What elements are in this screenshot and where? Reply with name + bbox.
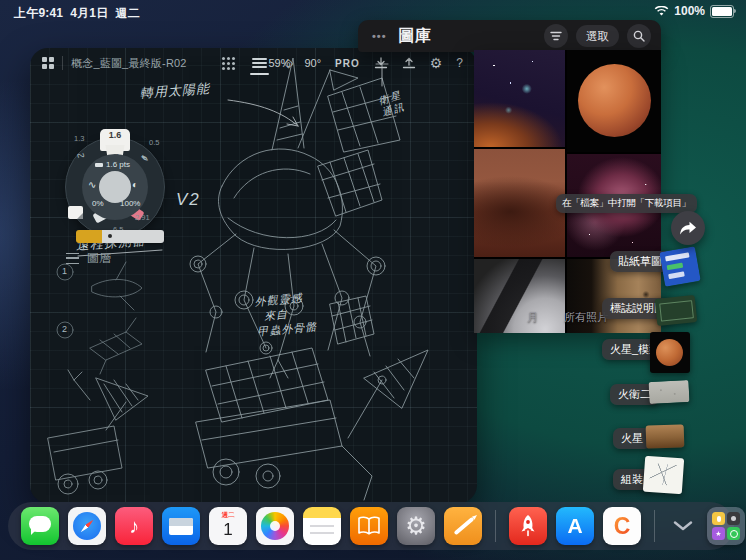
app-calendar[interactable]: 週二 1 (209, 507, 247, 545)
export-icon[interactable] (402, 57, 416, 70)
status-weekday: 週二 (116, 6, 140, 20)
pen-icon (454, 517, 475, 535)
ipad-screen: 上午9:41 4月1日 週二 100% (0, 0, 746, 560)
search-icon (633, 30, 645, 42)
app-rocket[interactable] (509, 507, 547, 545)
paper-swatch-icon[interactable] (68, 206, 83, 219)
file-thumb-assembly[interactable] (643, 456, 684, 495)
app-books[interactable] (350, 507, 388, 545)
tool-size-label: 2.91 (135, 213, 150, 222)
stroke-size-value[interactable]: 1.6 pts (95, 160, 130, 169)
concepts-app-window: 轉用太陽能 衛星 通訊 V2 遠程探測器 外觀靈感 來自 甲蟲外骨骼 1 2 概… (30, 48, 477, 503)
photo-mars-desert[interactable] (474, 149, 565, 257)
status-date: 4月1日 (70, 6, 108, 20)
toolbar-divider (62, 56, 63, 70)
tool-size-label: 1.3 (74, 134, 84, 143)
app-appstore[interactable]: A (556, 507, 594, 545)
layers-panel-icon[interactable] (252, 57, 267, 69)
appstore-a-icon: A (567, 514, 582, 538)
annotation-shell: 外觀靈感 來自 甲蟲外骨骼 (254, 289, 318, 339)
layers-label: 圖層 (87, 250, 111, 267)
dock-divider (654, 510, 655, 542)
layers-list-icon (66, 253, 79, 264)
mini-app-yellow (712, 512, 725, 525)
settings-icon[interactable]: ⚙ (430, 56, 443, 70)
dock: ♪ 週二 1 ⚙ A C (8, 502, 734, 550)
filter-icon (550, 31, 562, 41)
app-safari[interactable] (68, 507, 106, 545)
file-thumb-mars[interactable] (646, 424, 685, 448)
import-icon[interactable] (374, 57, 388, 70)
app-photos[interactable] (256, 507, 294, 545)
precision-grid-icon[interactable] (222, 57, 235, 70)
select-button[interactable]: 選取 (576, 25, 619, 47)
help-button[interactable]: ? (456, 56, 463, 70)
color-well[interactable] (99, 171, 131, 203)
status-datetime: 上午9:41 4月1日 週二 (14, 5, 140, 22)
open-book-icon (357, 516, 381, 536)
search-button[interactable] (627, 24, 651, 48)
calendar-weekday: 週二 (209, 511, 247, 520)
tab-month[interactable]: 月 (527, 310, 538, 325)
annotation-version: V2 (176, 190, 201, 210)
lasso-icon[interactable]: ◇ (284, 56, 293, 70)
file-thumb-deimos[interactable] (648, 380, 689, 404)
filter-button[interactable] (544, 24, 568, 48)
color-bar[interactable] (76, 230, 164, 243)
compass-icon (73, 512, 101, 540)
app-concepts[interactable]: C (603, 507, 641, 545)
message-bubble-icon (29, 516, 51, 532)
smoothing-value[interactable]: 0% (92, 199, 104, 208)
share-arrow-icon (679, 221, 697, 236)
document-title[interactable]: 概念_藍圖_最終版-R02 (71, 56, 187, 71)
photo-volcano-night[interactable] (474, 50, 565, 147)
flower-icon (261, 512, 289, 540)
concepts-toolbar: 概念_藍圖_最終版-R02 ◇ 59% 90° PRO ⚙ ? (30, 48, 477, 78)
pro-badge[interactable]: PRO (335, 58, 360, 69)
gear-icon: ⚙ (405, 512, 427, 540)
app-library[interactable]: ★ (707, 507, 745, 545)
color-slider-dot[interactable] (108, 234, 112, 238)
mini-app-camera (727, 512, 740, 525)
gallery-icon[interactable] (42, 57, 54, 69)
envelope-icon (169, 518, 193, 535)
mini-app-green (727, 527, 740, 540)
app-mail[interactable] (162, 507, 200, 545)
status-indicators: 100% (654, 4, 734, 18)
window-more-icon[interactable]: ••• (372, 30, 387, 42)
app-music[interactable]: ♪ (115, 507, 153, 545)
dock-collapse-button[interactable] (668, 507, 698, 545)
concepts-c-icon: C (614, 513, 631, 540)
app-messages[interactable] (21, 507, 59, 545)
downloads-banner[interactable]: 在「檔案」中打開「下載項目」 (556, 194, 697, 213)
active-color-amber[interactable] (76, 230, 102, 243)
blueprint-sketch[interactable] (30, 48, 477, 503)
battery-percent: 100% (674, 4, 705, 18)
share-button[interactable] (671, 211, 705, 245)
battery-icon (710, 5, 734, 18)
app-settings[interactable]: ⚙ (397, 507, 435, 545)
app-sketch-pen[interactable] (444, 507, 482, 545)
app-notes[interactable] (303, 507, 341, 545)
calendar-day: 1 (209, 520, 247, 539)
opacity-icon: ◐ (132, 179, 138, 190)
annotation-number-2: 2 (59, 324, 71, 334)
color-slider-track[interactable] (102, 230, 164, 243)
file-thumb-sticker-sketch[interactable] (659, 246, 701, 287)
photos-title: 圖庫 (399, 26, 432, 47)
status-time: 上午9:41 (14, 6, 63, 20)
file-thumb-mars-model[interactable] (650, 332, 690, 373)
photos-grid: 月 所有照片 (474, 50, 661, 333)
photo-mars-globe[interactable] (567, 50, 661, 152)
tool-wheel[interactable]: 1.6 ✎ ∿ ✒ 1.3 0.5 2.91 6.5 1.6 pts ∿ ◐ 0… (63, 133, 167, 237)
tool-size-label: 0.5 (149, 138, 159, 147)
file-thumb-logo-diagram[interactable] (655, 295, 698, 326)
music-note-icon: ♪ (129, 515, 139, 538)
layers-row[interactable]: 圖層 (66, 250, 111, 267)
photos-window-header: ••• 圖庫 選取 (358, 20, 661, 52)
smoothing-icon: ∿ (88, 179, 96, 190)
rotation-value[interactable]: 90° (304, 57, 321, 69)
wifi-icon (654, 6, 669, 17)
status-bar: 上午9:41 4月1日 週二 100% (0, 0, 746, 22)
mini-app-star: ★ (712, 527, 725, 540)
